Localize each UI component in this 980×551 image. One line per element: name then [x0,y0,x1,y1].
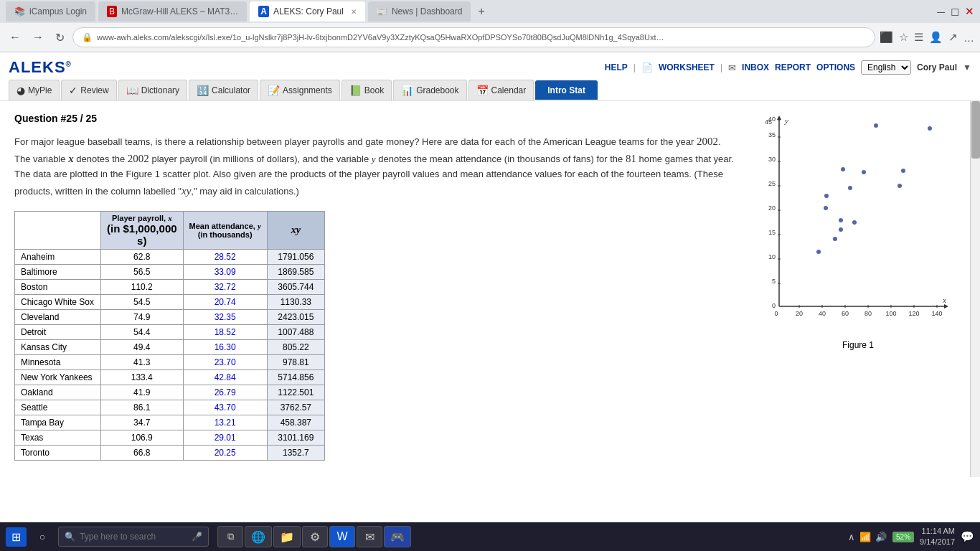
svg-text:0: 0 [774,310,778,317]
nav-calendar[interactable]: 📅 Calendar [468,80,534,100]
user-dropdown-icon[interactable]: ▼ [963,62,971,72]
nav-gradebook[interactable]: 📊 Gradebook [393,80,466,100]
nav-book[interactable]: 📗 Book [341,80,392,100]
maximize-button[interactable]: ◻ [951,5,959,18]
table-cell-team: Minnesota [15,354,101,369]
share-button[interactable]: ↗ [948,31,958,44]
nav-gradebook-label: Gradebook [416,85,458,95]
worksheet-link[interactable]: WORKSHEET [659,62,715,72]
table-cell-payroll: 133.4 [101,369,184,385]
tab-news[interactable]: 📰 News | Dashboard [368,1,471,22]
svg-text:15: 15 [768,229,776,236]
nav-assignments[interactable]: 📝 Assignments [260,80,340,100]
q-text5: denotes the mean attendance (in thousand… [376,154,626,164]
nav-review[interactable]: ✓ Review [61,80,116,100]
table-cell-xy: 1007.488 [267,324,324,339]
svg-text:x: x [942,296,946,304]
table-cell-xy: 1352.7 [267,445,324,460]
more-button[interactable]: … [963,32,974,44]
question-text: For major league baseball teams, is ther… [14,133,736,199]
nav-dictionary[interactable]: 📖 Dictionary [118,80,187,100]
language-select[interactable]: English [861,60,911,75]
table-cell-payroll: 110.2 [101,279,184,294]
scroll-thumb[interactable] [971,101,980,159]
menu-button[interactable]: ☰ [914,31,923,44]
extensions-button[interactable]: ⬛ [880,31,893,44]
address-bar-row: ← → ↻ 🔒 www-awh.aleks.com/alekscgi/x/lsl… [0,23,980,52]
nav-mypie[interactable]: ◕ MyPie [9,80,60,100]
help-link[interactable]: HELP [605,62,628,72]
point-anaheim [848,186,852,190]
table-row: Tampa Bay 34.7 13.21 458.387 [15,415,325,430]
svg-text:y: y [784,116,788,125]
table-cell-payroll: 62.8 [101,249,184,264]
tab-aleks[interactable]: A ALEKS: Cory Paul ✕ [250,1,365,22]
close-button[interactable]: ✕ [965,5,974,18]
table-cell-team: Toronto [15,445,101,460]
profile-button[interactable]: 👤 [929,31,943,44]
aleks-nav: ◕ MyPie ✓ Review 📖 Dictionary 🔢 Calculat… [9,80,971,100]
mypie-icon: ◕ [17,85,25,96]
report-link[interactable]: REPORT [775,62,811,72]
left-panel: Question #25 / 25 For major league baseb… [14,113,736,491]
point-baltimore [841,167,845,171]
svg-text:25: 25 [768,180,776,187]
table-cell-team: Texas [15,430,101,445]
table-cell-attendance: 43.70 [183,400,267,415]
table-cell-payroll: 74.9 [101,309,184,324]
table-cell-team: Tampa Bay [15,415,101,430]
q-text3: denotes the [74,154,128,164]
nav-calculator-label: Calculator [212,85,250,95]
assignments-icon: 📝 [268,85,280,96]
aleks-header: ALEKS® HELP | 📄 WORKSHEET | ✉ INBOX REPO… [0,52,980,101]
address-bar[interactable]: 🔒 www-awh.aleks.com/alekscgi/x/lsl.exe/1… [72,27,875,47]
bookmark-button[interactable]: ☆ [899,31,908,44]
url-text: www-awh.aleks.com/alekscgi/x/lsl.exe/1o_… [97,33,866,42]
tab-label-news: News | Dashboard [392,6,463,17]
table-cell-payroll: 106.9 [101,430,184,445]
scrollbar[interactable] [970,101,980,477]
back-button[interactable]: ← [6,29,24,45]
table-row: Seattle 86.1 43.70 3762.57 [15,400,325,415]
tab-label-aleks: ALEKS: Cory Paul [273,6,344,17]
new-tab-button[interactable]: + [473,5,489,18]
table-cell-xy: 1791.056 [267,249,324,264]
inbox-link[interactable]: INBOX [742,62,769,72]
tab-favicon-icampus: 📚 [14,6,25,17]
tab-icampus[interactable]: 📚 iCampus Login [6,1,95,22]
point-nyyankees [928,126,932,131]
table-cell-payroll: 41.9 [101,385,184,400]
point-boston [901,169,905,173]
num-81: 81 [626,153,636,164]
calendar-icon: 📅 [476,85,489,96]
point-kc [833,237,837,241]
forward-button[interactable]: → [29,29,47,45]
refresh-button[interactable]: ↻ [52,29,68,46]
table-cell-payroll: 54.4 [101,324,184,339]
nav-calendar-label: Calendar [491,85,527,95]
tab-mcgrawhill[interactable]: B McGraw-Hill ALEKS – MAT3… [98,1,247,22]
table-cell-xy: 3605.744 [267,279,324,294]
lock-icon: 🔒 [82,32,93,42]
table-cell-attendance: 20.25 [183,445,267,460]
table-row: Anaheim 62.8 28.52 1791.056 [15,249,325,264]
nav-calculator[interactable]: 🔢 Calculator [189,80,258,100]
nav-mypie-label: MyPie [28,85,52,95]
tab-close-aleks[interactable]: ✕ [351,8,357,16]
table-row: Detroit 54.4 18.52 1007.488 [15,324,325,339]
dictionary-icon: 📖 [126,85,138,96]
table-cell-attendance: 18.52 [183,324,267,339]
table-cell-team: Kansas City [15,339,101,354]
question-intro: For major league baseball teams, is ther… [14,136,697,147]
table-cell-payroll: 54.5 [101,294,184,309]
options-link[interactable]: OPTIONS [816,62,855,72]
table-cell-xy: 1122.501 [267,385,324,400]
table-cell-xy: 458.387 [267,415,324,430]
point-toronto [852,220,857,225]
nav-introstat[interactable]: Intro Stat [535,80,598,100]
minimize-button[interactable]: ─ [937,6,945,18]
table-cell-payroll: 49.4 [101,339,184,354]
svg-text:100: 100 [885,310,896,317]
table-cell-xy: 978.81 [267,354,324,369]
table-row: New York Yankees 133.4 42.84 5714.856 [15,369,325,385]
